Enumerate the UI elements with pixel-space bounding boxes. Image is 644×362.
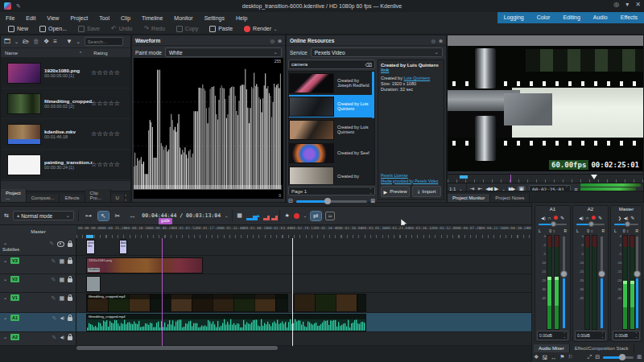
workspace-color[interactable]: Color (530, 12, 557, 23)
filter-icon[interactable]: ▼ (66, 38, 72, 45)
fader-track[interactable] (636, 278, 638, 328)
fader-track[interactable] (636, 237, 638, 273)
column-name[interactable]: Name (1, 51, 79, 56)
track-header-A1[interactable]: ⌄A1✎◀) (0, 313, 76, 332)
lock-track-icon[interactable] (68, 297, 72, 301)
lock-track-icon[interactable] (68, 260, 72, 264)
chevron-down-icon[interactable]: ⌄ (225, 213, 228, 218)
provider-link[interactable]: Media provided by Pexels Video (381, 179, 438, 183)
service-combo[interactable]: Pexels Video⌄ (311, 47, 443, 57)
mute-icon[interactable]: ◀) (60, 335, 64, 340)
image-clip[interactable]: 1920x1080.png Gradient (86, 257, 203, 274)
zoom-out-icon[interactable]: ⊟ (288, 198, 293, 204)
open-folder-icon[interactable]: 🗁 (23, 38, 29, 45)
effects-icon[interactable]: ✎ (52, 315, 57, 321)
lock-track-icon[interactable] (68, 243, 72, 247)
rating-stars[interactable]: ☆☆☆☆☆ (91, 161, 120, 168)
clear-search-icon[interactable]: ⌫ (365, 62, 372, 68)
list-scrollbar[interactable] (372, 72, 374, 118)
track-header-subtitles[interactable]: ⌄✎Subtitles (0, 238, 76, 256)
author-link[interactable]: Luis Quintero (403, 76, 430, 80)
column-rating[interactable]: Rating (82, 51, 107, 56)
headphones-icon[interactable]: ∩ (586, 216, 589, 220)
close-panel-icon[interactable]: ⊗ (278, 38, 282, 43)
favorite-effects-icon[interactable]: ★ (284, 212, 289, 219)
window-close-icon[interactable]: ✕ (635, 1, 641, 8)
resource-result[interactable]: Created by Luis Quintero (289, 95, 374, 118)
chevron-down-icon[interactable]: ⌄ (14, 39, 19, 44)
collapse-chevron-icon[interactable]: ⌄ (3, 295, 7, 301)
menu-edit[interactable]: Edit (20, 15, 41, 21)
effects-icon[interactable]: ✎ (49, 241, 54, 246)
collapse-chevron-icon[interactable]: ⌄ (3, 241, 7, 246)
rating-stars[interactable]: ☆☆☆☆☆ (91, 100, 120, 107)
guide-label[interactable]: guide (159, 218, 172, 224)
fader-track[interactable] (563, 278, 565, 328)
extract-zone-icon[interactable] (263, 213, 267, 218)
workspace-effects[interactable]: Effects (614, 12, 644, 23)
preview-button[interactable]: ▶Preview (381, 186, 410, 197)
track-header-A2[interactable]: ⌄A2✎◀) (0, 332, 76, 346)
add-clip-icon[interactable]: 🗔 (4, 38, 10, 45)
resources-search-input[interactable]: camera ⌫ (288, 60, 375, 69)
menu-file[interactable]: File (0, 15, 20, 21)
rating-stars[interactable]: ☆☆☆☆☆ (91, 69, 120, 76)
fader-track[interactable] (601, 278, 603, 328)
record-icon[interactable] (294, 213, 299, 219)
effects-icon[interactable]: ✎ (52, 277, 56, 282)
subtitle-clip[interactable]: aksha film (86, 240, 95, 254)
pan-slider[interactable] (537, 221, 568, 228)
zoom-out-icon[interactable]: ⊟ (595, 354, 600, 360)
volume-fader[interactable] (560, 270, 568, 278)
record-icon[interactable] (554, 216, 558, 220)
resource-result[interactable]: Created by (289, 165, 374, 185)
headphones-icon[interactable]: ∩ (548, 216, 551, 220)
menu-clip[interactable]: Clip (115, 15, 136, 21)
bin-item[interactable]: painting_transition.r00:00:30:24 [1]☆☆☆☆… (1, 150, 130, 180)
page-spinner[interactable]: Page 1⌃⌄ (288, 187, 375, 195)
volume-value[interactable]: 0.00dB⌃⌄ (537, 331, 568, 340)
import-button[interactable]: ⤓Import (412, 186, 441, 197)
effects-icon[interactable]: ✎ (52, 258, 56, 264)
zone-marker[interactable] (460, 175, 468, 179)
collapse-chevron-icon[interactable]: ⌄ (3, 258, 7, 264)
tab-project-monitor[interactable]: Project Monitor (448, 194, 490, 202)
delete-zone-icon[interactable] (271, 213, 275, 218)
edit-icon[interactable]: ✎ (630, 215, 634, 220)
master-track-button[interactable]: Master (0, 225, 77, 239)
lift-zone-icon[interactable]: ▴ (257, 212, 260, 219)
license-link[interactable]: Pexels License (381, 173, 408, 178)
tab-audio-mixer[interactable]: Audio Mixer (534, 344, 570, 352)
mix-clips-icon[interactable]: ⊶ (83, 212, 94, 220)
workspace-editing[interactable]: Editing (556, 12, 586, 23)
float-panel-icon[interactable]: ◎ (431, 38, 436, 43)
zoom-in-icon[interactable]: ⊞ (637, 354, 642, 360)
bin-tab-2[interactable]: Effects (60, 194, 85, 202)
video-clip[interactable] (293, 294, 366, 312)
resource-result[interactable]: Created by Luis Quintero (289, 118, 374, 142)
selection-tool-icon[interactable]: ↖ (98, 212, 109, 220)
workspace-logging[interactable]: Logging (497, 12, 530, 23)
color-clip[interactable] (86, 276, 101, 292)
save-icon[interactable]: 🖫 (542, 355, 547, 360)
resize-icon[interactable]: ↔ (551, 355, 556, 360)
zoom-fit-icon[interactable]: ⤢ (588, 354, 592, 360)
menu-view[interactable]: View (41, 15, 64, 21)
subtitle-clip[interactable]: Add text (119, 240, 127, 254)
lock-track-icon[interactable] (68, 317, 72, 321)
guide-line[interactable] (162, 238, 163, 346)
timeline-zoom-slider[interactable] (603, 356, 634, 359)
speaker-icon[interactable]: ◀) (624, 216, 629, 220)
menu-icon[interactable]: ≡ (53, 38, 57, 45)
resource-result[interactable]: Created by Joseph Redfield (289, 72, 374, 95)
lock-track-icon[interactable] (68, 278, 72, 282)
track-header-V2[interactable]: ⌄V2✎▦ (0, 274, 76, 293)
bin-tab-3[interactable]: Clip Pro... (85, 189, 111, 202)
open-button[interactable]: Open... (35, 25, 72, 33)
bin-column-header[interactable]: Name ⌃ Rating (1, 47, 130, 58)
zoom-in-icon[interactable]: ⊠ (370, 198, 375, 204)
detail-header-link[interactable]: link (381, 68, 389, 72)
menu-monitor[interactable]: Monitor (168, 15, 198, 21)
render-button[interactable]: Render⌄ (239, 25, 282, 33)
chevron-down-icon[interactable]: ⌄ (303, 213, 307, 218)
